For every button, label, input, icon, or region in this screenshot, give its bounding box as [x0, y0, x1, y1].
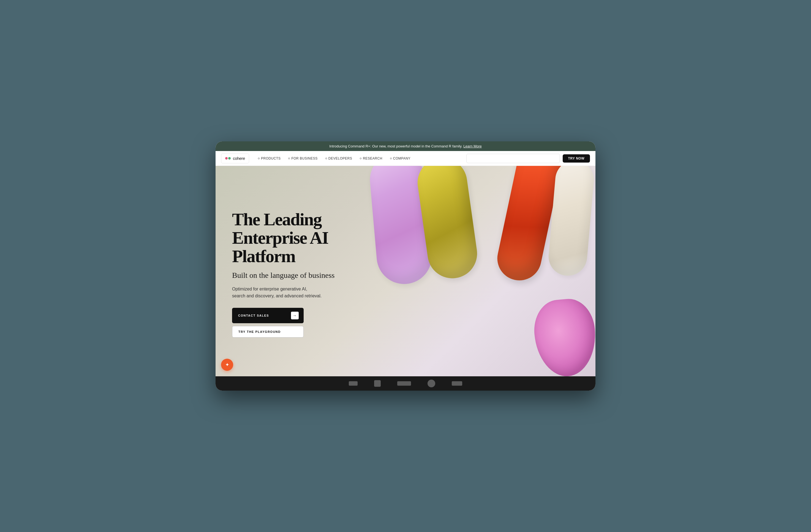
chat-widget[interactable]: ✦ [221, 359, 233, 371]
search-input[interactable] [466, 154, 560, 163]
nav-links: PRODUCTS FOR BUSINESS DEVELOPERS RESEARC… [252, 155, 463, 162]
partner-logo-3 [397, 381, 411, 386]
bottom-bar-logo-5 [452, 381, 462, 386]
nav-dot-research [360, 158, 362, 159]
nav-dot-for-business [288, 158, 290, 159]
contact-sales-arrow: → [291, 312, 299, 319]
hero-title-line1: The Leading [232, 209, 322, 229]
bottom-bar-logo-2 [374, 380, 381, 387]
hero-title-line2: Enterprise AI Platform [232, 228, 328, 266]
bottom-bar-logo-4 [428, 380, 435, 387]
nav-label-research: RESEARCH [363, 157, 382, 160]
partner-logo-4 [428, 380, 435, 387]
nav-item-for-business[interactable]: FOR BUSINESS [285, 155, 321, 162]
hero-subtitle: Built on the language of business [232, 270, 392, 280]
hero-desc-line2: search and discovery, and advanced retri… [232, 294, 322, 298]
browser-window: Introducing Command R+: Our new, most po… [216, 141, 595, 391]
hero-section: The Leading Enterprise AI Platform Built… [216, 166, 595, 376]
partner-logo-5 [452, 381, 462, 386]
contact-sales-label: CONTACT SALES [238, 314, 269, 317]
logo-icon [225, 155, 231, 161]
try-playground-button[interactable]: TRY THE PLAYGROUND [232, 326, 304, 338]
hero-description: Optimized for enterprise generative AI, … [232, 285, 348, 300]
nav-label-products: PRODUCTS [261, 157, 280, 160]
hero-title: The Leading Enterprise AI Platform [232, 210, 392, 266]
hero-content: The Leading Enterprise AI Platform Built… [216, 166, 406, 376]
shape-pink-bottom [532, 297, 595, 376]
logo-dot-pink [225, 157, 228, 159]
bottom-bar [216, 376, 595, 391]
learn-more-link[interactable]: Learn More [463, 144, 481, 148]
logo[interactable]: cohere [221, 154, 249, 163]
nav-item-developers[interactable]: DEVELOPERS [322, 155, 355, 162]
hero-desc-line1: Optimized for enterprise generative AI, [232, 287, 307, 291]
partner-icon-2 [374, 380, 381, 387]
nav-dot-company [390, 158, 392, 159]
partner-logo-1 [349, 381, 357, 386]
try-now-button[interactable]: TRY NOW [563, 154, 590, 162]
nav-item-products[interactable]: PRODUCTS [255, 155, 284, 162]
bottom-bar-logo-1 [349, 381, 357, 386]
nav-dot-products [258, 158, 260, 159]
nav-dot-developers [325, 158, 327, 159]
contact-sales-button[interactable]: CONTACT SALES → [232, 308, 304, 323]
logo-text: cohere [233, 156, 245, 161]
nav-label-company: COMPANY [393, 157, 411, 160]
nav-item-company[interactable]: COMPANY [387, 155, 414, 162]
chat-icon: ✦ [225, 362, 229, 368]
nav-item-research[interactable]: RESEARCH [356, 155, 386, 162]
announcement-text: Introducing Command R+: Our new, most po… [329, 144, 462, 148]
nav-label-for-business: FOR BUSINESS [291, 157, 317, 160]
nav-label-developers: DEVELOPERS [328, 157, 352, 160]
logo-dot-green [228, 157, 231, 159]
announcement-bar: Introducing Command R+: Our new, most po… [216, 141, 595, 151]
bottom-bar-logo-3 [397, 381, 411, 386]
hero-buttons: CONTACT SALES → TRY THE PLAYGROUND [232, 308, 392, 338]
navbar: cohere PRODUCTS FOR BUSINESS DEVELOPERS … [216, 151, 595, 166]
